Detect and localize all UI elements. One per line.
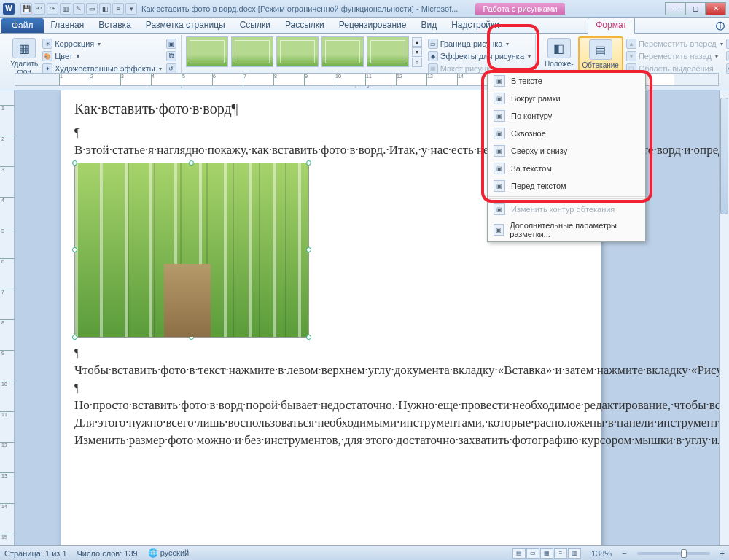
tab-addons[interactable]: Надстройки	[444, 18, 507, 33]
tab-home[interactable]: Главная	[44, 18, 92, 33]
wrap-menu-item: ▣Изменить контур обтекания	[488, 201, 645, 218]
qat-button[interactable]: ◧	[99, 3, 111, 15]
resize-handle[interactable]	[72, 160, 77, 166]
qat-redo-icon[interactable]: ↷	[47, 3, 58, 15]
wrap-menu-item[interactable]: ▣Перед текстом	[488, 177, 645, 195]
wrap-icon: ▤	[589, 39, 612, 60]
resize-handle[interactable]	[306, 335, 311, 340]
tab-format[interactable]: Формат	[588, 17, 635, 34]
wrap-menu-item[interactable]: ▣По контуру	[488, 107, 645, 125]
rotate-icon: ⟳	[726, 63, 729, 74]
view-draft[interactable]: ▥	[568, 548, 581, 559]
wrap-menu-item[interactable]: ▣Дополнительные параметры разметки...	[488, 218, 645, 241]
style-thumb[interactable]	[186, 36, 228, 67]
style-thumb[interactable]	[367, 36, 409, 67]
resize-handle[interactable]	[189, 160, 194, 166]
tab-references[interactable]: Ссылки	[233, 18, 278, 33]
pic-effects-label: Эффекты для рисунка	[440, 52, 524, 61]
wrap-menu-item[interactable]: ▣Вокруг рамки	[488, 90, 645, 107]
wrap-menu-item[interactable]: ▣Сверху и снизу	[488, 142, 645, 160]
picture-border-button[interactable]: ▭Граница рисунка▾	[428, 38, 531, 50]
send-backward-button: ▼Переместить назад▾	[626, 50, 723, 62]
wrap-option-label: Сверху и снизу	[511, 147, 567, 155]
wrap-option-label: Перед текстом	[511, 182, 566, 190]
wrap-option-icon: ▣	[494, 145, 505, 157]
status-page[interactable]: Страница: 1 из 1	[4, 549, 67, 558]
wrap-menu-item[interactable]: ▣Сквозное	[488, 125, 645, 142]
color-icon: 🎨	[42, 51, 52, 61]
doc-paragraph: ¶	[74, 345, 588, 361]
style-thumb[interactable]	[276, 36, 319, 67]
selection-label: Область выделения	[639, 64, 714, 73]
close-button[interactable]: ✕	[706, 2, 726, 15]
backward-icon: ▼	[626, 51, 636, 61]
zoom-slider[interactable]	[637, 552, 710, 555]
forward-icon: ▲	[626, 39, 636, 49]
scrollbar-thumb[interactable]	[720, 98, 728, 214]
view-full-screen[interactable]: ▭	[526, 548, 539, 559]
zoom-in-button[interactable]: +	[720, 549, 725, 558]
help-icon[interactable]: ⓘ	[716, 20, 725, 33]
picture-effects-button[interactable]: ◆Эффекты для рисунка▾	[428, 50, 531, 62]
status-bar: Страница: 1 из 1 Число слов: 139 🌐 русск…	[0, 545, 729, 560]
status-language[interactable]: 🌐 русский	[148, 548, 190, 558]
bring-forward-button: ▲Переместить вперед▾	[626, 38, 723, 50]
border-icon: ▭	[428, 39, 438, 49]
style-thumb[interactable]	[321, 36, 364, 67]
wrap-menu-item[interactable]: ▣За текстом	[488, 160, 645, 177]
tab-insert[interactable]: Вставка	[91, 18, 139, 33]
change-picture-button[interactable]: 🖼	[166, 50, 176, 62]
view-print-layout[interactable]: ▤	[512, 548, 526, 559]
qat-more-icon[interactable]: ▾	[125, 3, 137, 15]
doc-paragraph: Изменить·размер·фото·можно·и·без·инструм…	[74, 432, 588, 448]
tab-file[interactable]: Файл	[1, 18, 44, 33]
wrap-menu-item[interactable]: ▣В тексте	[488, 72, 645, 90]
qat-button[interactable]: ≡	[112, 3, 124, 15]
group-button: ▣▾	[726, 50, 729, 62]
remove-background-button[interactable]: ▦ Удалить фон	[6, 36, 42, 77]
resize-handle[interactable]	[72, 335, 77, 340]
tab-page-layout[interactable]: Разметка страницы	[139, 18, 233, 33]
vertical-scrollbar[interactable]	[719, 90, 729, 545]
tab-mailings[interactable]: Рассылки	[278, 18, 332, 33]
inserted-picture[interactable]	[74, 163, 309, 338]
resize-handle[interactable]	[189, 335, 194, 340]
gallery-scroll[interactable]: ▴▾▿	[412, 37, 422, 67]
tab-view[interactable]: Вид	[413, 18, 444, 33]
view-outline[interactable]: ≡	[554, 548, 567, 559]
resize-handle[interactable]	[72, 247, 77, 252]
contextual-tab-group: Работа с рисунками	[475, 3, 564, 15]
qat-undo-icon[interactable]: ↶	[34, 3, 45, 15]
qat-button[interactable]: ✎	[73, 3, 85, 15]
style-thumb[interactable]	[231, 36, 273, 67]
qat-save-icon[interactable]: 💾	[20, 3, 32, 15]
view-web[interactable]: ▦	[540, 548, 553, 559]
zoom-percent[interactable]: 138%	[591, 549, 612, 558]
reset-icon: ↺	[166, 63, 176, 74]
word-app-icon: W	[3, 3, 15, 15]
vertical-ruler[interactable]: 12345678910111213141516	[0, 90, 15, 545]
resize-handle[interactable]	[306, 160, 311, 166]
wrap-option-label: Сквозное	[511, 129, 546, 138]
maximize-button[interactable]: ◻	[685, 2, 706, 15]
wrap-option-icon: ▣	[494, 75, 505, 87]
zoom-slider-thumb[interactable]	[681, 549, 687, 558]
tab-review[interactable]: Рецензирование	[332, 18, 414, 33]
remove-bg-icon: ▦	[12, 38, 36, 58]
minimize-button[interactable]: —	[665, 2, 685, 15]
status-word-count[interactable]: Число слов: 139	[77, 549, 138, 558]
compress-button[interactable]: ▣	[166, 38, 176, 50]
wrap-option-icon: ▣	[494, 180, 505, 192]
picture-styles-gallery[interactable]: ▴▾▿	[186, 36, 422, 67]
rotate-button[interactable]: ⟳▾	[726, 63, 729, 74]
zoom-out-button[interactable]: −	[622, 549, 626, 558]
correction-button[interactable]: ☀Коррекция▾	[42, 38, 161, 50]
compress-icon: ▣	[166, 39, 176, 49]
resize-handle[interactable]	[306, 247, 311, 252]
forward-label: Переместить вперед	[639, 39, 717, 48]
qat-button[interactable]: ▥	[60, 3, 71, 15]
group-icon: ▣	[726, 51, 729, 61]
color-button[interactable]: 🎨Цвет▾	[42, 50, 161, 62]
qat-button[interactable]: ▭	[86, 3, 98, 15]
doc-paragraph: Для·этого·нужно·всего·лишь·воспользовать…	[74, 415, 588, 431]
